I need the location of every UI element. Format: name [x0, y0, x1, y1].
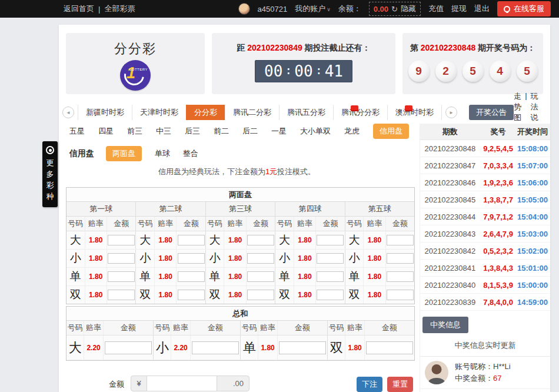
- logout-link[interactable]: 退出: [474, 4, 490, 14]
- option-小[interactable]: 小: [275, 250, 294, 267]
- home-link[interactable]: 返回首页: [64, 4, 94, 14]
- sum-option-大[interactable]: 大: [66, 335, 84, 360]
- tab-腾讯二分彩[interactable]: 腾讯二分彩: [225, 105, 279, 120]
- subtab-大小单双[interactable]: 大小单双: [300, 126, 331, 137]
- countdown-timer: 00:00:41: [255, 60, 352, 82]
- option-单[interactable]: 单: [206, 268, 224, 285]
- bet-amount-input[interactable]: [178, 271, 205, 282]
- bet-amount-input[interactable]: [178, 235, 205, 245]
- recharge-link[interactable]: 充值: [428, 4, 444, 14]
- bet-amount-input[interactable]: [247, 271, 274, 282]
- bet-amount-input[interactable]: [247, 235, 274, 245]
- subtab-前二[interactable]: 前二: [214, 126, 229, 137]
- option-双[interactable]: 双: [275, 286, 294, 304]
- tab-天津时时彩[interactable]: 天津时时彩: [132, 105, 186, 120]
- option-大[interactable]: 大: [345, 231, 364, 249]
- tabs-scroll-left-icon[interactable]: ◄: [62, 107, 74, 118]
- subtab-后三[interactable]: 后三: [185, 126, 200, 137]
- bet-amount-input[interactable]: [387, 290, 414, 300]
- bet-amount-input[interactable]: [178, 290, 205, 300]
- option-大[interactable]: 大: [66, 231, 85, 249]
- col-header: 号码: [241, 321, 258, 335]
- bet-button[interactable]: 下注: [357, 377, 382, 392]
- odds-value: 1.80: [224, 231, 246, 249]
- option-小[interactable]: 小: [136, 250, 154, 267]
- lottery-tabs: 新疆时时彩天津时时彩分分彩腾讯二分彩腾讯五分彩腾讯分分彩澳洲时时彩: [78, 105, 442, 120]
- bet-amount-input[interactable]: [317, 253, 344, 264]
- option-单[interactable]: 单: [275, 268, 294, 285]
- sum-amount-input[interactable]: [279, 341, 326, 354]
- countdown-issue: 202102230849: [247, 43, 302, 52]
- option-小[interactable]: 小: [206, 250, 224, 267]
- balance-value: 0.00: [374, 5, 388, 14]
- option-大[interactable]: 大: [136, 231, 154, 249]
- history-issue: 202102230840: [420, 281, 480, 290]
- tab-澳洲时时彩[interactable]: 澳洲时时彩: [387, 105, 441, 120]
- reset-button[interactable]: 重置: [387, 377, 413, 392]
- option-小[interactable]: 小: [66, 250, 85, 267]
- col-header: 号码: [345, 217, 364, 231]
- sum-amount-input[interactable]: [366, 341, 413, 354]
- subtab-一星[interactable]: 一星: [271, 126, 287, 137]
- option-单[interactable]: 单: [66, 268, 85, 285]
- withdraw-link[interactable]: 提现: [451, 4, 467, 14]
- bet-amount-input[interactable]: [108, 290, 135, 300]
- subtab-中三[interactable]: 中三: [156, 126, 171, 137]
- subtab-信用盘[interactable]: 信用盘: [373, 124, 409, 139]
- sum-option-小[interactable]: 小: [154, 335, 171, 360]
- col-header: 赔率: [363, 217, 385, 231]
- bet-amount-input[interactable]: [317, 271, 344, 282]
- option-大[interactable]: 大: [206, 231, 224, 249]
- bet-amount-input[interactable]: [108, 271, 135, 282]
- tab-分分彩[interactable]: 分分彩: [186, 105, 225, 120]
- sum-amount-input[interactable]: [192, 341, 239, 354]
- bet-amount-input[interactable]: [387, 235, 414, 245]
- sum-amount-input[interactable]: [105, 341, 152, 354]
- option-双[interactable]: 双: [66, 286, 85, 304]
- sum-table: 总和号码赔率金额号码赔率金额号码赔率金额号码赔率金额大2.20小2.20单1.8…: [66, 306, 415, 361]
- subtab-四星[interactable]: 四星: [98, 126, 114, 137]
- more-lottery-tab[interactable]: 更多彩种: [42, 141, 58, 207]
- two-side-table: 两面盘第一球第二球第三球第四球第五球号码赔率金额号码赔率金额号码赔率金额号码赔率…: [66, 187, 415, 304]
- subtab-五星[interactable]: 五星: [69, 126, 85, 137]
- draw-announcement-button[interactable]: 开奖公告: [469, 105, 514, 120]
- my-account-menu[interactable]: 我的账户∨: [295, 4, 331, 14]
- odds-value: 1.80: [345, 335, 364, 360]
- option-单[interactable]: 单: [136, 268, 154, 285]
- option-双[interactable]: 双: [206, 286, 224, 304]
- bet-amount-input[interactable]: [108, 253, 135, 264]
- bet-amount-input[interactable]: [387, 271, 414, 282]
- mode-单球[interactable]: 单球: [155, 148, 170, 159]
- mode-两面盘[interactable]: 两面盘: [106, 146, 142, 161]
- bet-amount-input[interactable]: [247, 290, 274, 300]
- all-lottery-link[interactable]: 全部彩票: [104, 4, 135, 14]
- history-numbers: 0,5,2,3,2: [480, 247, 517, 255]
- tab-腾讯五分彩[interactable]: 腾讯五分彩: [279, 105, 333, 120]
- subtab-龙虎[interactable]: 龙虎: [344, 126, 360, 137]
- bet-amount-input[interactable]: [108, 235, 135, 245]
- bet-amount-input[interactable]: [247, 253, 274, 264]
- option-大[interactable]: 大: [275, 231, 294, 249]
- total-amount-input[interactable]: [147, 376, 217, 391]
- history-numbers: 7,0,3,3,4: [480, 161, 517, 170]
- subtab-后二[interactable]: 后二: [242, 126, 258, 137]
- bet-amount-input[interactable]: [317, 290, 344, 300]
- sum-option-双[interactable]: 双: [328, 335, 345, 360]
- winner-info-button[interactable]: 中奖信息: [422, 317, 468, 333]
- bet-amount-input[interactable]: [317, 235, 344, 245]
- bet-amount-input[interactable]: [178, 253, 205, 264]
- option-小[interactable]: 小: [345, 250, 364, 267]
- tab-腾讯分分彩[interactable]: 腾讯分分彩: [333, 105, 387, 120]
- mode-整合[interactable]: 整合: [183, 148, 198, 159]
- subtab-前三[interactable]: 前三: [127, 126, 142, 137]
- refresh-icon[interactable]: ↻: [391, 5, 398, 14]
- option-单[interactable]: 单: [345, 268, 364, 285]
- hide-balance-button[interactable]: 隐藏: [401, 4, 416, 14]
- bet-amount-input[interactable]: [387, 253, 414, 264]
- online-service-button[interactable]: 在线客服: [497, 1, 551, 16]
- option-双[interactable]: 双: [345, 286, 364, 304]
- option-双[interactable]: 双: [136, 286, 154, 304]
- tabs-scroll-right-icon[interactable]: ►: [445, 107, 457, 118]
- sum-option-单[interactable]: 单: [241, 335, 258, 360]
- tab-新疆时时彩[interactable]: 新疆时时彩: [78, 105, 132, 120]
